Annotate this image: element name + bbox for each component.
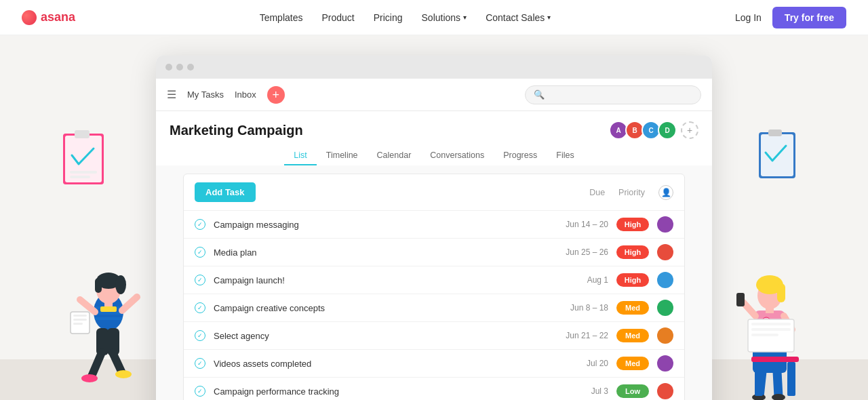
main-content: ☰ My Tasks Inbox + 🔍 Marketing Campaign … [0,35,868,400]
svg-rect-4 [70,171,97,174]
avatar-group: A B C D + [609,121,698,140]
task-check-icon[interactable]: ✓ [195,275,205,285]
svg-point-25 [81,374,98,382]
task-columns-header: Due Priority 👤 [589,185,673,200]
task-assignee-avatar [657,244,673,260]
add-task-button[interactable]: Add Task [195,182,256,202]
task-assignee-avatar [657,272,673,288]
main-nav: asana Templates Product Pricing Solution… [0,0,868,35]
tab-calendar[interactable]: Calendar [368,146,421,165]
svg-rect-8 [768,129,782,136]
svg-rect-18 [100,306,117,312]
task-assignee-avatar [657,355,673,372]
svg-rect-35 [777,283,785,302]
furniture-right [745,316,812,400]
tab-conversations[interactable]: Conversations [420,146,494,165]
svg-rect-39 [736,293,745,306]
project-header: Marketing Campaign A B C D + List Timeli… [156,111,712,165]
nav-contact-sales[interactable]: Contact Sales [486,12,551,23]
tab-progress[interactable]: Progress [494,146,547,165]
nav-pricing[interactable]: Pricing [374,12,403,23]
svg-rect-5 [70,176,90,178]
svg-line-24 [113,353,122,373]
svg-line-20 [122,297,137,311]
add-button[interactable]: + [267,86,285,104]
task-assignee-avatar [657,300,673,316]
task-row[interactable]: ✓ Campaign messaging Jun 14 – 20 High [184,210,684,238]
my-tasks-link[interactable]: My Tasks [187,89,224,100]
svg-rect-46 [755,362,763,396]
add-member-button[interactable]: + [681,121,698,139]
task-name: Select agency [214,331,539,341]
priority-badge: High [616,218,649,231]
assignee-col-icon: 👤 [658,185,673,200]
tab-timeline[interactable]: Timeline [317,146,368,165]
task-check-icon[interactable]: ✓ [195,386,205,397]
task-toolbar: Add Task Due Priority 👤 [184,174,684,210]
svg-point-16 [115,275,126,294]
login-link[interactable]: Log In [735,12,762,23]
svg-rect-15 [95,278,102,293]
app-header: ☰ My Tasks Inbox + 🔍 [156,79,712,111]
task-row[interactable]: ✓ Campaign creative concepts Jun 8 – 18 … [184,294,684,321]
task-date: Jul 3 [547,386,608,396]
task-row[interactable]: ✓ Select agency Jun 21 – 22 Med [184,321,684,349]
task-assignee-avatar [657,327,673,344]
task-name: Campaign launch! [214,275,539,285]
inbox-link[interactable]: Inbox [235,89,256,100]
logo[interactable]: asana [22,10,75,25]
nav-solutions[interactable]: Solutions [422,12,467,23]
search-bar[interactable]: 🔍 [525,85,701,104]
nav-product[interactable]: Product [321,12,354,23]
priority-badge: High [616,245,649,259]
task-date: Jun 8 – 18 [547,303,608,313]
task-assignee-avatar [657,383,673,399]
nav-templates[interactable]: Templates [260,12,303,23]
task-row[interactable]: ✓ Media plan Jun 25 – 26 High [184,238,684,266]
priority-badge: Med [616,329,649,342]
svg-point-26 [115,370,132,378]
browser-dot-2 [176,64,183,71]
search-icon: 🔍 [534,89,545,100]
try-free-button[interactable]: Try for free [772,7,846,28]
task-check-icon[interactable]: ✓ [195,302,205,313]
task-row[interactable]: ✓ Campaign performance tracking Jul 3 Lo… [184,377,684,400]
svg-rect-47 [787,362,795,396]
svg-rect-12 [95,317,122,320]
svg-line-37 [743,302,755,316]
task-check-icon[interactable]: ✓ [195,358,205,369]
nav-actions: Log In Try for free [735,7,846,28]
project-title-row: Marketing Campaign A B C D + [170,121,698,140]
svg-rect-36 [766,306,774,313]
browser-bar [156,56,712,79]
task-date: Jun 14 – 20 [547,220,608,229]
logo-icon [22,10,37,25]
task-row[interactable]: ✓ Videos assets completed Jul 20 Med [184,349,684,377]
svg-rect-11 [95,312,122,315]
avatar-4: D [658,121,677,140]
tab-files[interactable]: Files [547,146,583,165]
svg-rect-45 [751,357,799,362]
col-priority: Priority [618,188,645,197]
clipboard-right-decoration [756,127,800,184]
priority-badge: Med [616,357,649,370]
hamburger-icon[interactable]: ☰ [167,88,176,101]
tab-list[interactable]: List [284,146,316,165]
task-row[interactable]: ✓ Campaign launch! Aug 1 High [184,266,684,294]
task-date: Jun 25 – 26 [547,247,608,257]
task-check-icon[interactable]: ✓ [195,330,205,341]
task-check-icon[interactable]: ✓ [195,247,205,258]
task-name: Campaign messaging [214,220,539,230]
svg-line-19 [80,300,95,312]
task-name: Campaign creative concepts [214,303,539,313]
svg-rect-50 [751,328,791,331]
logo-text: asana [41,10,75,24]
priority-badge: High [616,273,649,287]
priority-badge: Med [616,301,649,315]
svg-rect-51 [751,334,778,336]
col-due: Due [589,188,605,197]
task-date: Jul 20 [547,359,608,368]
task-check-icon[interactable]: ✓ [195,219,205,230]
task-name: Videos assets completed [214,359,539,369]
task-list: ✓ Campaign messaging Jun 14 – 20 High ✓ … [184,210,684,400]
